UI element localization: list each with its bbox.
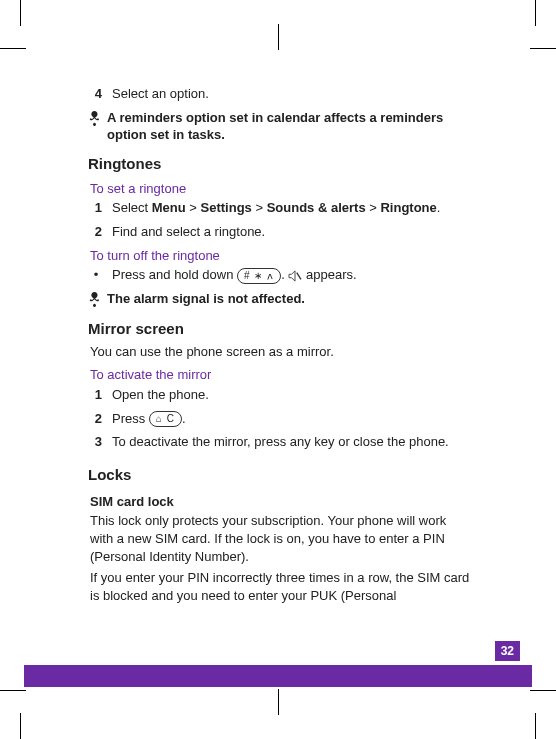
howto-turn-off-ringtone: To turn off the ringtone [90,247,470,265]
svg-line-1 [297,272,301,279]
step-text: Find and select a ringtone. [112,223,265,241]
activate-mirror-step-1: 1 Open the phone. [90,386,470,404]
note-text: A reminders option set in calendar affec… [107,109,470,144]
note-alarm: ᴥ• The alarm signal is not affected. [90,290,470,309]
menu-path: Ringtone [380,200,436,215]
activate-mirror-step-2: 2 Press ⌂ C. [90,410,470,428]
step-number: 3 [90,433,102,451]
howto-set-ringtone: To set a ringtone [90,180,470,198]
sim-lock-p2: If you enter your PIN incorrectly three … [90,569,470,604]
step-number: 2 [90,223,102,241]
hash-key-icon: # ∗ ʌ [237,268,281,284]
hint-icon: ᴥ• [90,109,99,144]
heading-mirror-screen: Mirror screen [88,319,470,339]
text: appears. [306,267,357,282]
sep: > [366,200,381,215]
silent-mode-icon [288,270,302,282]
text: . [182,411,186,426]
note-reminders: ᴥ• A reminders option set in calendar af… [90,109,470,144]
step-text: Press and hold down # ∗ ʌ. appears. [112,266,357,284]
text: Press [112,411,149,426]
step-text: Press ⌂ C. [112,410,186,428]
page-content: 4 Select an option. ᴥ• A reminders optio… [90,85,470,608]
menu-path: Settings [201,200,252,215]
hint-icon: ᴥ• [90,290,99,309]
footer-band [24,665,532,687]
text: . [437,200,441,215]
heading-locks: Locks [88,465,470,485]
step-text: Select Menu > Settings > Sounds & alerts… [112,199,440,217]
turn-off-ringtone-step: • Press and hold down # ∗ ʌ. appears. [90,266,470,284]
camera-key-icon: ⌂ C [149,411,182,427]
note-text: The alarm signal is not affected. [107,290,305,309]
sep: > [252,200,267,215]
page-number: 32 [495,641,520,661]
heading-ringtones: Ringtones [88,154,470,174]
activate-mirror-step-3: 3 To deactivate the mirror, press any ke… [90,433,470,451]
text: . [281,267,288,282]
step-number: 4 [90,85,102,103]
step-number: 1 [90,386,102,404]
step-text: Select an option. [112,85,209,103]
step-number: 2 [90,410,102,428]
menu-path: Sounds & alerts [267,200,366,215]
set-ringtone-step-1: 1 Select Menu > Settings > Sounds & aler… [90,199,470,217]
step-text: Open the phone. [112,386,209,404]
set-ringtone-step-2: 2 Find and select a ringtone. [90,223,470,241]
bullet: • [90,266,102,284]
step-4: 4 Select an option. [90,85,470,103]
step-text: To deactivate the mirror, press any key … [112,433,449,451]
heading-sim-card-lock: SIM card lock [90,493,470,511]
sim-lock-p1: This lock only protects your subscriptio… [90,512,470,565]
step-number: 1 [90,199,102,217]
mirror-desc: You can use the phone screen as a mirror… [90,343,470,361]
menu-path: Menu [152,200,186,215]
howto-activate-mirror: To activate the mirror [90,366,470,384]
text: Press and hold down [112,267,237,282]
sep: > [186,200,201,215]
svg-marker-0 [289,270,295,280]
text: Select [112,200,152,215]
